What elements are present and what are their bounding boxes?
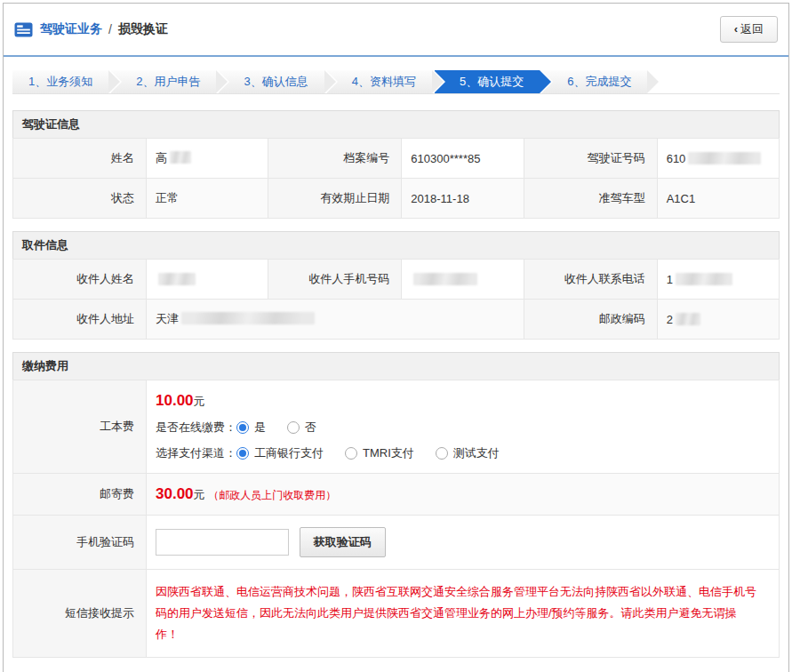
license-section-title: 驾驶证信息: [12, 110, 780, 139]
redacted-text: [181, 312, 315, 324]
status-value: 正常: [147, 179, 268, 219]
redacted-text: [158, 273, 196, 285]
license-info-table: 姓名 高 档案编号 610300****85 驾驶证号码 610 状态 正常 有…: [12, 138, 780, 219]
license-info-section: 驾驶证信息 姓名 高 档案编号 610300****85 驾驶证号码 610 状…: [12, 110, 780, 219]
top-bar: 驾驶证业务 / 损毁换证 ‹返回: [4, 4, 788, 57]
postage-amount: 30.00: [156, 485, 194, 502]
vehicle-class-value: A1C1: [657, 179, 779, 219]
fees-section-title: 缴纳费用: [12, 352, 780, 380]
radio-icbc-icon[interactable]: [236, 447, 249, 460]
back-chevron-icon: ‹: [734, 22, 738, 36]
radio-test-label: 测试支付: [453, 445, 500, 461]
recipient-name-label: 收件人姓名: [13, 260, 147, 300]
back-button[interactable]: ‹返回: [720, 16, 778, 43]
redacted-text: [688, 152, 761, 164]
zip-code-label: 邮政编码: [524, 300, 657, 340]
vehicle-class-label: 准驾车型: [524, 179, 657, 219]
name-value: 高: [147, 139, 268, 179]
step-tab-1[interactable]: 1、业务须知: [12, 70, 108, 93]
table-row: 工本费 10.00元 是否在线缴费： 是 否 选择支付渠道： 工商银行支付 TM…: [13, 380, 780, 474]
sms-notice-text: 因陕西省联通、电信运营商技术问题，陕西省互联网交通安全综合服务管理平台无法向持陕…: [156, 581, 770, 645]
step-tab-2[interactable]: 2、用户申告: [111, 70, 216, 93]
captcha-input[interactable]: [156, 529, 289, 556]
postage-fee-cell: 30.00元 （邮政人员上门收取费用）: [147, 474, 780, 516]
expiry-label: 有效期止日期: [268, 179, 402, 219]
payment-channel-label: 选择支付渠道：: [156, 445, 236, 461]
radio-no-icon[interactable]: [287, 421, 300, 434]
table-row: 手机验证码 获取验证码: [13, 516, 780, 570]
table-row: 姓名 高 档案编号 610300****85 驾驶证号码 610: [13, 139, 780, 179]
license-service-icon: [14, 22, 33, 37]
zip-code-value: 2: [657, 300, 779, 340]
radio-option-test[interactable]: 测试支付: [436, 445, 500, 461]
fees-section: 缴纳费用 工本费 10.00元 是否在线缴费： 是 否 选择支付渠道： 工: [12, 352, 780, 658]
redacted-text: [676, 313, 700, 325]
file-no-value: 610300****85: [402, 139, 524, 179]
fees-table: 工本费 10.00元 是否在线缴费： 是 否 选择支付渠道： 工商银行支付 TM…: [12, 380, 780, 658]
radio-no-label: 否: [305, 420, 316, 436]
yuan-unit: 元: [194, 488, 205, 501]
pickup-section-title: 取件信息: [12, 231, 780, 260]
online-payment-label: 是否在线缴费：: [156, 420, 236, 436]
name-label: 姓名: [13, 139, 147, 179]
cost-fee-label: 工本费: [13, 380, 147, 474]
step-navigation: 1、业务须知 2、用户申告 3、确认信息 4、资料填写 5、确认提交 6、完成提…: [12, 70, 780, 93]
cost-fee-cell: 10.00元 是否在线缴费： 是 否 选择支付渠道： 工商银行支付 TMRI支付…: [147, 380, 780, 474]
pickup-info-section: 取件信息 收件人姓名 收件人手机号码 收件人联系电话 1 收件人地址 天津 邮政…: [12, 231, 780, 340]
breadcrumb-current: 损毁换证: [118, 21, 168, 37]
cost-amount-line: 10.00元: [156, 392, 770, 410]
radio-option-yes[interactable]: 是: [236, 420, 266, 436]
table-row: 状态 正常 有效期止日期 2018-11-18 准驾车型 A1C1: [13, 179, 780, 219]
table-row: 短信接收提示 因陕西省联通、电信运营商技术问题，陕西省互联网交通安全综合服务管理…: [13, 570, 780, 658]
redacted-text: [676, 273, 732, 285]
captcha-label: 手机验证码: [13, 516, 147, 570]
step-tab-4[interactable]: 4、资料填写: [327, 70, 432, 93]
captcha-cell: 获取验证码: [147, 516, 780, 570]
recipient-tel-value: 1: [657, 260, 779, 300]
postage-note: （邮政人员上门收取费用）: [208, 489, 336, 501]
yuan-unit: 元: [194, 395, 205, 408]
expiry-value: 2018-11-18: [402, 179, 524, 219]
recipient-tel-label: 收件人联系电话: [524, 260, 657, 300]
pickup-info-table: 收件人姓名 收件人手机号码 收件人联系电话 1 收件人地址 天津 邮政编码 2: [12, 259, 780, 340]
recipient-address-value: 天津: [147, 300, 524, 340]
radio-yes-icon[interactable]: [236, 421, 249, 434]
get-captcha-button[interactable]: 获取验证码: [300, 527, 386, 557]
payment-channel-line: 选择支付渠道： 工商银行支付 TMRI支付 测试支付: [156, 445, 770, 461]
redacted-text: [170, 151, 191, 164]
license-no-value: 610: [657, 139, 779, 179]
recipient-address-label: 收件人地址: [13, 300, 147, 340]
radio-tmri-icon[interactable]: [345, 447, 357, 460]
steps-strip: 1、业务须知 2、用户申告 3、确认信息 4、资料填写 5、确认提交 6、完成提…: [12, 70, 780, 94]
recipient-phone-value: [402, 260, 524, 300]
radio-option-no[interactable]: 否: [287, 420, 316, 436]
page: 驾驶证业务 / 损毁换证 ‹返回 1、业务须知 2、用户申告 3、确认信息 4、…: [3, 3, 789, 672]
online-payment-line: 是否在线缴费： 是 否: [156, 420, 770, 436]
radio-icbc-label: 工商银行支付: [254, 445, 324, 461]
status-label: 状态: [13, 179, 147, 219]
table-row: 收件人姓名 收件人手机号码 收件人联系电话 1: [13, 260, 780, 300]
file-no-label: 档案编号: [268, 139, 402, 179]
license-no-label: 驾驶证号码: [524, 139, 657, 179]
step-tab-5-active[interactable]: 5、确认提交: [435, 70, 540, 93]
cost-amount: 10.00: [156, 392, 194, 409]
radio-option-tmri[interactable]: TMRI支付: [345, 445, 414, 461]
recipient-name-value: [147, 260, 268, 300]
table-row: 邮寄费 30.00元 （邮政人员上门收取费用）: [13, 474, 780, 516]
recipient-phone-label: 收件人手机号码: [268, 260, 402, 300]
radio-yes-label: 是: [254, 420, 266, 436]
radio-test-icon[interactable]: [436, 447, 448, 460]
radio-option-icbc[interactable]: 工商银行支付: [236, 445, 324, 461]
sms-notice-cell: 因陕西省联通、电信运营商技术问题，陕西省互联网交通安全综合服务管理平台无法向持陕…: [147, 570, 780, 658]
postage-fee-label: 邮寄费: [13, 474, 147, 516]
sms-notice-label: 短信接收提示: [13, 570, 147, 658]
breadcrumb-separator: /: [108, 22, 112, 36]
step-tab-3[interactable]: 3、确认信息: [219, 70, 324, 93]
page-title: 驾驶证业务: [40, 21, 102, 37]
step-tab-6[interactable]: 6、完成提交: [542, 70, 647, 93]
table-row: 收件人地址 天津 邮政编码 2: [13, 300, 780, 340]
back-button-label: 返回: [740, 22, 764, 36]
redacted-text: [413, 273, 477, 285]
radio-tmri-label: TMRI支付: [363, 445, 414, 461]
